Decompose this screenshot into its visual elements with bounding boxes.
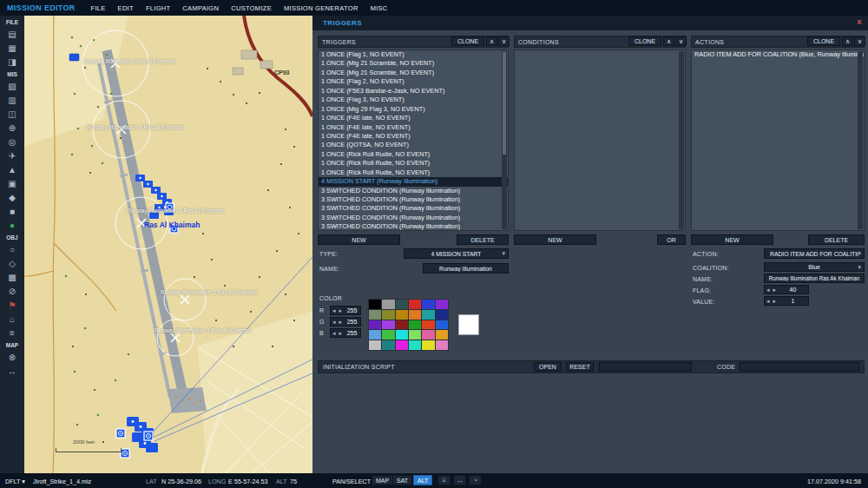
init-file-input[interactable] xyxy=(599,362,692,372)
increment-icon[interactable]: ▸ xyxy=(772,287,779,293)
menu-edit[interactable]: EDIT xyxy=(118,4,134,12)
measure-icon[interactable]: ↔ xyxy=(453,475,466,485)
trigger-list-item[interactable]: 1 ONCE (QOTSA, NO EVENT) xyxy=(319,141,508,149)
close-icon[interactable]: × xyxy=(854,17,865,27)
triggers-list[interactable]: 1 ONCE (Flag 1, NO EVENT)1 ONCE (Mig 21 … xyxy=(318,49,509,231)
color-swatch[interactable] xyxy=(369,310,381,320)
increment-icon[interactable]: ▸ xyxy=(338,307,345,314)
conditions-scrollbar[interactable] xyxy=(679,51,684,229)
weather-icon[interactable]: ◫ xyxy=(3,108,22,122)
trigger-list-item[interactable]: 3 SWITCHED CONDITION (Runway Illuminatio… xyxy=(319,204,508,213)
ship-group-icon[interactable]: ◆ xyxy=(3,191,22,205)
trigger-list-item[interactable]: 3 SWITCHED CONDITION (Runway Illuminatio… xyxy=(319,222,508,231)
increment-icon[interactable]: ▸ xyxy=(338,319,345,326)
menu-flight[interactable]: FLIGHT xyxy=(146,4,170,12)
condition-or-button[interactable]: OR xyxy=(657,234,686,245)
list-icon[interactable]: ≡ xyxy=(3,326,22,340)
trigger-list-item[interactable]: 3 SWITCHED CONDITION (Runway Illuminatio… xyxy=(319,214,508,222)
new-mission-icon[interactable]: ▤ xyxy=(3,28,22,42)
helicopter-group-icon[interactable]: ▲ xyxy=(3,163,22,177)
color-swatch[interactable] xyxy=(396,340,408,350)
trigger-list-item[interactable]: 1 ONCE (F4E late, NO EVENT) xyxy=(319,123,508,132)
trigger-list-item[interactable]: 1 ONCE (Mig 21 Scramble, NO EVENT) xyxy=(319,59,508,68)
color-swatch[interactable] xyxy=(436,330,448,340)
vehicle-group-icon[interactable]: ▣ xyxy=(3,177,22,191)
map-view-button[interactable]: MAP xyxy=(372,475,393,485)
color-swatch[interactable] xyxy=(422,320,434,330)
flag-icon[interactable]: ⚑ xyxy=(3,299,22,313)
mission-goals-icon[interactable]: ◎ xyxy=(3,135,22,149)
color-swatch[interactable] xyxy=(409,340,421,350)
actions-list[interactable]: RADIO ITEM ADD FOR COALITION (Blue, Runw… xyxy=(691,49,865,231)
triggers-move-down-button[interactable]: ∨ xyxy=(498,36,510,46)
color-swatch[interactable] xyxy=(382,320,394,330)
layers-icon[interactable]: ⊗ xyxy=(3,351,22,365)
action-type-dropdown[interactable]: RADIO ITEM ADD FOR COALITION ▾ xyxy=(764,248,865,259)
decrement-icon[interactable]: ◂ xyxy=(331,307,338,314)
condition-new-button[interactable]: NEW xyxy=(514,234,596,245)
menu-campaign[interactable]: CAMPAIGN xyxy=(182,4,219,12)
color-swatch[interactable] xyxy=(409,300,421,309)
trigger-list-item[interactable]: 1 ONCE (Flag 2, NO EVENT) xyxy=(319,77,508,86)
static-object-icon[interactable]: ■ xyxy=(3,205,22,219)
action-new-button[interactable]: NEW xyxy=(691,234,773,245)
save-mission-icon[interactable]: ◨ xyxy=(3,56,22,69)
trigger-zone-icon[interactable]: ○ xyxy=(3,243,22,257)
time-icon[interactable]: ● xyxy=(3,219,22,233)
coalition-dropdown[interactable]: Blue ▾ xyxy=(764,262,865,272)
init-code-input[interactable] xyxy=(740,362,859,372)
trigger-name-input[interactable] xyxy=(423,263,509,274)
color-swatch[interactable] xyxy=(409,310,421,320)
triggers-clone-button[interactable]: CLONE xyxy=(451,36,484,46)
triggers-move-up-button[interactable]: ∧ xyxy=(486,36,497,46)
color-swatch[interactable] xyxy=(436,320,448,330)
clock-icon[interactable]: ◔ xyxy=(469,475,482,485)
decrement-icon[interactable]: ◂ xyxy=(331,330,338,337)
menu-customize[interactable]: CUSTOMIZE xyxy=(231,4,272,12)
trigger-list-item[interactable]: 1 ONCE (Mig 21 Scramble, NO EVENT) xyxy=(319,69,508,77)
pan-select-mode[interactable]: PAN/SELECT xyxy=(332,478,371,485)
color-swatch[interactable] xyxy=(369,330,381,340)
conditions-move-down-button[interactable]: ∨ xyxy=(675,36,687,46)
color-swatch[interactable] xyxy=(369,300,381,309)
init-open-button[interactable]: OPEN xyxy=(534,362,562,372)
color-swatch[interactable] xyxy=(422,340,434,350)
measure-icon[interactable]: ↔ xyxy=(3,365,22,379)
flag-stepper[interactable]: ◂ ▸ 40 xyxy=(764,285,809,294)
color-swatch[interactable] xyxy=(396,310,408,320)
grid-icon[interactable]: ≡ xyxy=(437,475,450,485)
color-swatch[interactable] xyxy=(422,330,434,340)
color-swatch[interactable] xyxy=(396,320,408,330)
trigger-list-item[interactable]: 1 ONCE (Rick Roll Rudie, NO EVENT) xyxy=(319,150,508,159)
color-swatch[interactable] xyxy=(369,320,381,330)
conditions-clone-button[interactable]: CLONE xyxy=(628,36,661,46)
trigger-new-button[interactable]: NEW xyxy=(318,234,400,245)
color-swatch[interactable] xyxy=(409,320,421,330)
action-delete-button[interactable]: DELETE xyxy=(808,234,865,245)
actions-clone-button[interactable]: CLONE xyxy=(807,36,840,46)
actions-move-up-button[interactable]: ∧ xyxy=(842,36,853,46)
decrement-icon[interactable]: ◂ xyxy=(331,319,338,326)
menu-misc[interactable]: MISC xyxy=(371,4,388,12)
color-swatch[interactable] xyxy=(382,300,394,309)
map-viewport[interactable]: Runway Illumination Ras Al Khaimah Runwa… xyxy=(24,16,312,473)
template-icon[interactable]: ◇ xyxy=(3,257,22,271)
color-swatch[interactable] xyxy=(422,310,434,320)
green-stepper[interactable]: ◂ ▸ 255 xyxy=(330,317,361,326)
color-swatch[interactable] xyxy=(436,310,448,320)
trigger-list-item[interactable]: 1 ONCE (Flag 3, NO EVENT) xyxy=(319,96,508,104)
actions-move-down-button[interactable]: ∨ xyxy=(854,36,865,46)
triggers-scrollbar[interactable] xyxy=(502,51,507,229)
action-list-item[interactable]: RADIO ITEM ADD FOR COALITION (Blue, Runw… xyxy=(692,50,864,59)
trigger-list-item[interactable]: 1 ONCE (F4E late, NO EVENT) xyxy=(319,114,508,122)
init-reset-button[interactable]: RESET xyxy=(566,362,594,372)
trigger-list-item[interactable]: 4 MISSION START (Runway Illumination) xyxy=(319,177,508,186)
trigger-list-item[interactable]: 1 ONCE (Flag 1, NO EVENT) xyxy=(319,50,508,59)
color-swatch[interactable] xyxy=(409,330,421,340)
color-swatch[interactable] xyxy=(436,300,448,309)
triggers-icon[interactable]: ⊕ xyxy=(3,122,22,135)
menu-file[interactable]: FILE xyxy=(91,4,106,12)
color-swatch[interactable] xyxy=(382,310,394,320)
trigger-list-item[interactable]: 1 ONCE (Rick Roll Rudie, NO EVENT) xyxy=(319,159,508,168)
alt-view-button[interactable]: ALT xyxy=(413,475,432,485)
